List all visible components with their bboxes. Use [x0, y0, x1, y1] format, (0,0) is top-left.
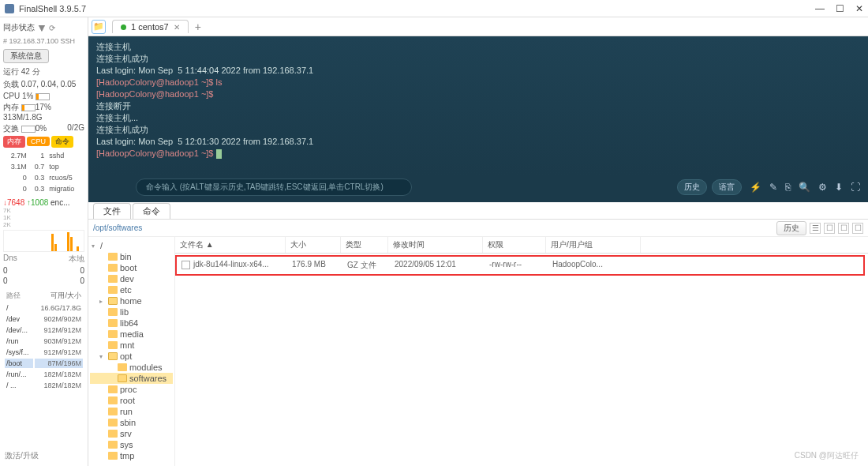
- mem-line: 内存 17% 313M/1.8G: [3, 102, 84, 122]
- lang-button[interactable]: 语言: [712, 179, 742, 195]
- tree-node[interactable]: boot: [90, 262, 173, 273]
- load: 负载 0.07, 0.04, 0.05: [3, 79, 84, 90]
- path-breadcrumb[interactable]: /opt/softwares: [93, 224, 773, 232]
- path-box1[interactable]: ☐: [824, 223, 835, 234]
- download-icon[interactable]: ⬇: [835, 182, 843, 193]
- col-mtime: 修改时间: [388, 237, 483, 253]
- tab-commands[interactable]: 命令: [133, 203, 170, 219]
- path-view-toggle[interactable]: ☰: [810, 223, 821, 234]
- gear-icon[interactable]: ⚙: [818, 182, 827, 193]
- col-name: 文件名 ▲: [175, 237, 286, 253]
- app-icon: [5, 4, 14, 13]
- tree-root[interactable]: ▾/: [90, 240, 173, 251]
- tree-node[interactable]: etc: [90, 284, 173, 295]
- tab-close-icon[interactable]: ✕: [174, 23, 180, 32]
- host-ip: # 192.168.37.100 SSH: [3, 37, 84, 45]
- file-row[interactable]: jdk-8u144-linux-x64... 176.9 MB GZ 文件 20…: [177, 257, 863, 274]
- swap-line: 交换 0% 0/2G: [3, 123, 84, 134]
- tree-node[interactable]: media: [90, 329, 173, 340]
- pill-cpu[interactable]: CPU: [27, 137, 50, 146]
- file-checkbox[interactable]: [181, 261, 190, 269]
- sysinfo-button[interactable]: 系统信息: [3, 49, 49, 63]
- tree-node[interactable]: srv: [90, 428, 173, 439]
- history-button[interactable]: 历史: [677, 179, 707, 195]
- col-type: 类型: [341, 237, 388, 253]
- pill-cmd[interactable]: 命令: [51, 136, 73, 148]
- sync-status-label: 同步状态: [3, 22, 35, 33]
- net-chart: [3, 230, 84, 252]
- col-size: 大小: [286, 237, 341, 253]
- command-input[interactable]: 命令输入 (按ALT键显示历史,TAB键跳转,ESC键返回,单击CTRL切换): [136, 179, 412, 196]
- tree-node[interactable]: run: [90, 406, 173, 417]
- tab-files[interactable]: 文件: [93, 203, 131, 219]
- tree-node-softwares[interactable]: softwares: [90, 373, 173, 384]
- minimize-button[interactable]: —: [815, 3, 825, 14]
- tree-node[interactable]: dev: [90, 273, 173, 284]
- folder-icon[interactable]: 📁: [92, 20, 106, 34]
- uptime: 运行 42 分: [3, 66, 84, 77]
- tree-node[interactable]: bin: [90, 251, 173, 262]
- refresh-icon[interactable]: ⟳: [49, 24, 55, 32]
- copy-icon[interactable]: ⎘: [785, 182, 791, 193]
- path-history-button[interactable]: 历史: [776, 221, 806, 235]
- new-tab-button[interactable]: +: [195, 21, 201, 33]
- process-table: 2.7M1sshd 3.1M0.7top 00.3rcuos/5 00.3mig…: [3, 149, 84, 195]
- tree-node[interactable]: lib: [90, 306, 173, 318]
- cpu-line: CPU 1%: [3, 92, 84, 100]
- terminal[interactable]: 连接主机 连接主机成功 Last login: Mon Sep 5 11:44:…: [88, 36, 868, 175]
- col-owner: 用户/用户组: [546, 237, 641, 253]
- tab-label: 1 centos7: [131, 22, 169, 32]
- close-button[interactable]: ✕: [855, 3, 863, 14]
- tree-node[interactable]: mnt: [90, 340, 173, 351]
- dir-tree: ▾/ bin boot dev etc ▸home lib lib64 medi…: [88, 237, 175, 466]
- tree-node[interactable]: root: [90, 395, 173, 406]
- bolt-icon[interactable]: ⚡: [750, 182, 761, 193]
- activate-link[interactable]: 激活/升级: [5, 450, 39, 461]
- edit-icon[interactable]: ✎: [769, 182, 777, 193]
- net-stats: ↓7648 ↑1008 enc...: [3, 198, 84, 207]
- tree-node[interactable]: sbin: [90, 417, 173, 428]
- tree-node[interactable]: proc: [90, 384, 173, 395]
- tree-node[interactable]: tmp: [90, 450, 173, 461]
- path-box3[interactable]: ☐: [852, 223, 863, 234]
- search-icon[interactable]: 🔍: [799, 182, 810, 193]
- expand-icon[interactable]: ⛶: [851, 182, 860, 193]
- status-dot-icon: [121, 24, 126, 30]
- maximize-button[interactable]: ☐: [836, 3, 844, 14]
- pill-mem[interactable]: 内存: [3, 136, 25, 148]
- disk-table: 路径可用/大小 /16.6G/17.8G /dev902M/902M /dev/…: [3, 288, 84, 392]
- tree-node[interactable]: lib64: [90, 318, 173, 329]
- session-tab[interactable]: 1 centos7 ✕: [112, 20, 189, 33]
- tree-node-opt[interactable]: ▾opt: [90, 351, 173, 362]
- tree-node-home[interactable]: ▸home: [90, 295, 173, 306]
- tree-node[interactable]: modules: [90, 362, 173, 373]
- window-title: FinalShell 3.9.5.7: [19, 4, 815, 13]
- file-header[interactable]: 文件名 ▲ 大小 类型 修改时间 权限 用户/用户组: [175, 237, 868, 254]
- highlighted-file-row: jdk-8u144-linux-x64... 176.9 MB GZ 文件 20…: [175, 255, 865, 276]
- tree-node[interactable]: sys: [90, 439, 173, 450]
- watermark: CSDN @阿达旺仔: [795, 450, 859, 461]
- col-perm: 权限: [483, 237, 546, 253]
- path-box2[interactable]: ☐: [838, 223, 849, 234]
